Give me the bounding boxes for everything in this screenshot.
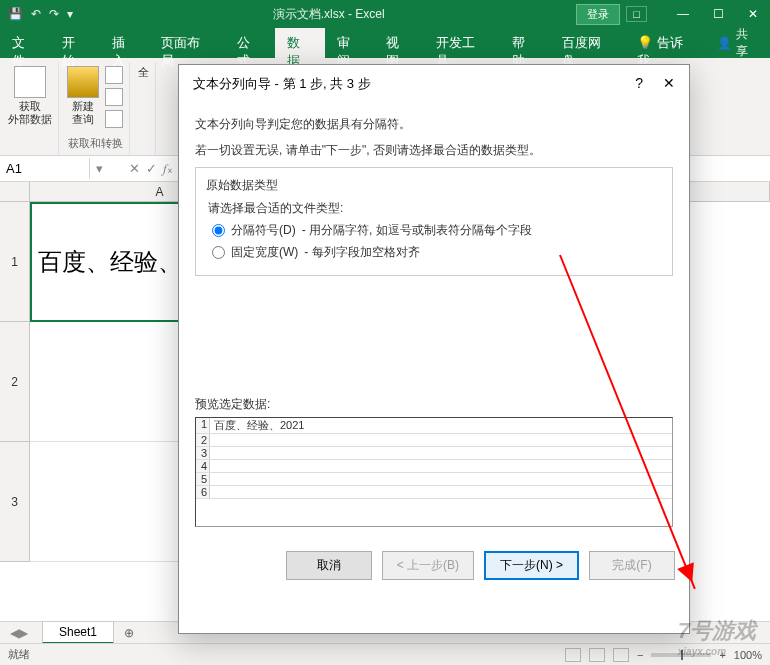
watermark: 7号游戏 xiayx.com	[678, 616, 756, 657]
page-break-view-icon[interactable]	[613, 648, 629, 662]
tab-developer[interactable]: 开发工具	[424, 28, 500, 58]
dialog-desc-1: 文本分列向导判定您的数据具有分隔符。	[195, 115, 673, 133]
dialog-close-icon[interactable]: ✕	[663, 75, 675, 93]
tab-tellme[interactable]: 💡 告诉我	[625, 28, 707, 58]
fixed-width-label: 固定宽度(W)	[231, 244, 298, 261]
row-header-1[interactable]: 1	[0, 202, 30, 322]
tab-nav-next-icon[interactable]: ▶	[19, 626, 28, 640]
save-icon[interactable]: 💾	[8, 7, 23, 21]
new-sheet-icon[interactable]: ⊕	[114, 623, 144, 643]
delimited-radio[interactable]	[212, 224, 225, 237]
query-icon	[67, 66, 99, 98]
next-button[interactable]: 下一步(N) >	[484, 551, 579, 580]
titlebar: 💾 ↶ ↷ ▾ 演示文档.xlsx - Excel 登录 □ — ☐ ✕	[0, 0, 770, 28]
refresh-all-button[interactable]: 全	[138, 66, 149, 79]
show-queries-icon[interactable]	[105, 66, 123, 84]
original-data-type-fieldset: 原始数据类型 请选择最合适的文件类型: 分隔符号(D) - 用分隔字符, 如逗号…	[195, 167, 673, 276]
data-preview[interactable]: 1百度、经验、2021 2 3 4 5 6	[195, 417, 673, 527]
preview-label: 预览选定数据:	[195, 396, 673, 413]
redo-icon[interactable]: ↷	[49, 7, 59, 21]
recent-sources-icon[interactable]	[105, 110, 123, 128]
fixed-width-radio[interactable]	[212, 246, 225, 259]
sheet-tab-sheet1[interactable]: Sheet1	[42, 621, 114, 644]
close-icon[interactable]: ✕	[736, 0, 770, 28]
zoom-out-icon[interactable]: −	[637, 649, 643, 661]
fx-icon[interactable]: 𝑓ₓ	[163, 161, 173, 177]
dialog-titlebar[interactable]: 文本分列向导 - 第 1 步, 共 3 步 ? ✕	[179, 65, 689, 101]
dialog-help-icon[interactable]: ?	[635, 75, 643, 93]
tab-file[interactable]: 文件	[0, 28, 50, 58]
ribbon-display-options[interactable]: □	[626, 6, 647, 22]
tab-formulas[interactable]: 公式	[225, 28, 275, 58]
dialog-desc-2: 若一切设置无误, 请单击"下一步", 否则请选择最合适的数据类型。	[195, 141, 673, 159]
database-icon	[14, 66, 46, 98]
login-button[interactable]: 登录	[576, 4, 620, 25]
ribbon-group-external-data: 获取 外部数据	[2, 62, 59, 155]
tab-home[interactable]: 开始	[50, 28, 100, 58]
cancel-button[interactable]: 取消	[286, 551, 372, 580]
status-bar: 就绪 − + 100%	[0, 643, 770, 665]
ribbon-tabs: 文件 开始 插入 页面布局 公式 数据 审阅 视图 开发工具 帮助 百度网盘 💡…	[0, 28, 770, 58]
fieldset-legend: 原始数据类型	[202, 177, 282, 194]
tab-nav-prev-icon[interactable]: ◀	[10, 626, 19, 640]
delimited-desc: - 用分隔字符, 如逗号或制表符分隔每个字段	[302, 222, 532, 239]
choose-type-label: 请选择最合适的文件类型:	[208, 200, 660, 217]
get-external-data-button[interactable]: 获取 外部数据	[8, 66, 52, 126]
maximize-icon[interactable]: ☐	[701, 0, 736, 28]
undo-icon[interactable]: ↶	[31, 7, 41, 21]
new-query-button[interactable]: 新建 查询	[67, 66, 99, 126]
dialog-title: 文本分列向导 - 第 1 步, 共 3 步	[193, 75, 371, 93]
select-all-corner[interactable]	[0, 182, 30, 201]
qat-customize-icon[interactable]: ▾	[67, 7, 73, 21]
normal-view-icon[interactable]	[565, 648, 581, 662]
share-button[interactable]: 👤 共享	[707, 28, 770, 58]
text-to-columns-wizard-dialog: 文本分列向导 - 第 1 步, 共 3 步 ? ✕ 文本分列向导判定您的数据具有…	[178, 64, 690, 634]
tab-page-layout[interactable]: 页面布局	[149, 28, 225, 58]
quick-access-toolbar: 💾 ↶ ↷ ▾	[0, 7, 81, 21]
name-box[interactable]	[0, 158, 90, 179]
window-title: 演示文档.xlsx - Excel	[81, 6, 576, 23]
row-header-2[interactable]: 2	[0, 322, 30, 442]
delimited-label: 分隔符号(D)	[231, 222, 296, 239]
tab-insert[interactable]: 插入	[100, 28, 150, 58]
status-ready: 就绪	[8, 647, 30, 662]
page-layout-view-icon[interactable]	[589, 648, 605, 662]
ribbon-group-label: 获取和转换	[68, 136, 123, 155]
cancel-formula-icon[interactable]: ✕	[129, 161, 140, 176]
tab-help[interactable]: 帮助	[500, 28, 550, 58]
ribbon-group-partial: 全	[132, 62, 156, 155]
row-header-3[interactable]: 3	[0, 442, 30, 562]
dialog-buttons: 取消 < 上一步(B) 下一步(N) > 完成(F)	[179, 539, 689, 592]
enter-formula-icon[interactable]: ✓	[146, 161, 157, 176]
namebox-dropdown-icon[interactable]: ▾	[96, 161, 103, 176]
fixed-width-desc: - 每列字段加空格对齐	[304, 244, 419, 261]
ribbon-group-get-transform: 新建 查询 获取和转换	[61, 62, 130, 155]
minimize-icon[interactable]: —	[665, 0, 701, 28]
from-table-icon[interactable]	[105, 88, 123, 106]
finish-button[interactable]: 完成(F)	[589, 551, 675, 580]
tab-baidu[interactable]: 百度网盘	[550, 28, 626, 58]
tab-view[interactable]: 视图	[374, 28, 424, 58]
tab-data[interactable]: 数据	[275, 28, 325, 58]
back-button[interactable]: < 上一步(B)	[382, 551, 474, 580]
tab-review[interactable]: 审阅	[325, 28, 375, 58]
